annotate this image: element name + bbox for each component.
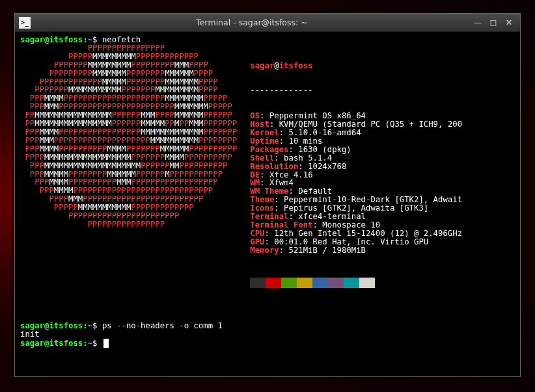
swatch — [328, 278, 344, 288]
command-1: neofetch — [102, 35, 141, 44]
terminal-content[interactable]: sagar@itsfoss:~$ neofetch PPPPPPPPPPPPPP… — [15, 32, 520, 376]
neofetch-output: PPPPPPPPPPPPPPPP PPPPPMMMMMMMMMPPPPPPPPP… — [20, 44, 515, 305]
swatch — [312, 278, 328, 288]
minimize-button[interactable]: — — [473, 18, 482, 27]
cursor — [103, 339, 109, 348]
prompt-dollar: $ — [92, 35, 97, 44]
nf-dashes: ------------- — [250, 86, 515, 95]
window-controls: — ◻ ✕ — [473, 18, 516, 27]
prompt-line-3: sagar@itsfoss:~$ — [20, 339, 515, 348]
swatch — [266, 278, 281, 288]
swatch — [250, 278, 266, 288]
prompt-host: itsfoss — [49, 35, 83, 44]
ascii-logo: PPPPPPPPPPPPPPPP PPPPPMMMMMMMMMPPPPPPPPP… — [20, 44, 237, 305]
terminal-app-icon — [19, 17, 31, 29]
blank-1 — [20, 305, 515, 313]
swatch — [297, 278, 312, 288]
prompt-user: sagar — [20, 35, 44, 44]
nf-header: sagar@itsfoss — [250, 62, 515, 70]
swatch — [344, 278, 359, 288]
nf-info-lines: OS: Peppermint OS x86_64Host: KVM/QEMU (… — [250, 112, 515, 254]
prompt-path: ~ — [88, 35, 92, 44]
window-title: Terminal - sagar@itsfoss: ~ — [31, 18, 473, 27]
swatch — [281, 278, 297, 288]
terminal-window: Terminal - sagar@itsfoss: ~ — ◻ ✕ sagar@… — [14, 13, 521, 377]
system-info: sagar@itsfoss ------------- OS: Peppermi… — [250, 44, 515, 305]
color-swatches — [250, 278, 515, 288]
prompt-sep: : — [83, 35, 87, 44]
swatch — [359, 278, 375, 288]
prompt-line-2: sagar@itsfoss:~$ ps --no-headers -o comm… — [20, 322, 515, 330]
close-button[interactable]: ✕ — [504, 18, 514, 27]
cmd2-output: init — [20, 330, 515, 339]
command-2: ps --no-headers -o comm 1 — [102, 321, 223, 330]
titlebar[interactable]: Terminal - sagar@itsfoss: ~ — ◻ ✕ — [15, 14, 520, 32]
info-memory: Memory: 521MiB / 1980MiB — [250, 246, 515, 255]
maximize-button[interactable]: ◻ — [489, 18, 498, 27]
